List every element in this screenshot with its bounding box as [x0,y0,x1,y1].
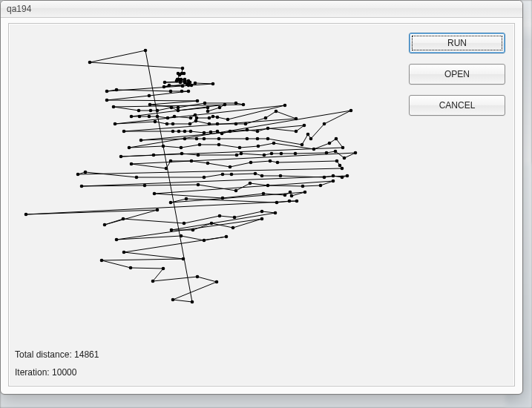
svg-point-56 [189,116,193,120]
svg-point-143 [76,173,80,177]
svg-point-99 [266,137,270,141]
svg-point-64 [114,122,117,126]
svg-point-21 [168,84,171,88]
svg-point-183 [233,216,237,220]
svg-point-68 [188,122,192,126]
svg-point-132 [165,167,168,171]
svg-point-36 [177,106,180,110]
svg-point-108 [198,143,202,147]
svg-point-55 [173,115,177,119]
svg-point-100 [301,143,304,147]
svg-point-150 [260,174,264,178]
svg-point-101 [306,133,310,136]
svg-point-24 [190,84,194,88]
svg-point-30 [180,90,184,93]
svg-point-191 [115,238,119,242]
svg-point-87 [246,128,249,132]
svg-point-50 [130,115,134,119]
svg-point-77 [122,130,126,134]
svg-point-202 [215,280,219,284]
svg-point-92 [139,139,143,142]
svg-point-67 [171,122,175,126]
svg-point-75 [275,110,278,113]
svg-point-198 [129,266,133,270]
svg-point-154 [341,176,344,180]
svg-point-116 [341,146,345,150]
open-button[interactable]: OPEN [409,64,505,85]
svg-point-127 [325,151,329,155]
svg-point-170 [290,194,294,198]
svg-point-76 [295,117,298,121]
svg-point-176 [295,200,299,203]
svg-point-78 [171,130,175,134]
svg-point-184 [260,210,264,214]
svg-point-110 [238,146,242,150]
svg-point-155 [346,174,349,178]
svg-point-192 [180,234,183,238]
svg-point-25 [194,82,197,85]
tsp-svg [9,24,402,335]
svg-point-94 [195,137,199,141]
iteration-value: 10000 [52,367,76,378]
svg-point-173 [185,197,188,201]
svg-point-193 [203,239,206,243]
svg-point-188 [210,222,214,226]
svg-point-195 [122,251,126,254]
svg-point-118 [152,154,156,157]
svg-point-9 [180,78,183,82]
svg-point-111 [257,145,260,148]
svg-point-5 [183,72,186,76]
svg-point-160 [249,182,252,185]
svg-point-164 [332,180,335,183]
svg-point-86 [229,130,232,134]
svg-point-129 [343,157,347,160]
svg-point-98 [256,137,260,141]
svg-point-31 [187,90,191,93]
svg-point-175 [288,200,292,203]
svg-point-96 [217,137,221,141]
tsp-canvas [9,24,402,335]
run-button[interactable]: RUN [409,33,505,53]
svg-point-0 [144,49,148,53]
svg-point-168 [283,194,287,197]
svg-point-103 [323,122,326,126]
svg-point-54 [166,116,170,120]
svg-point-153 [332,174,335,178]
svg-point-135 [206,162,210,165]
svg-point-58 [195,116,199,120]
svg-point-166 [221,197,225,200]
svg-point-104 [349,109,353,113]
svg-point-142 [341,167,344,171]
svg-point-63 [283,104,287,108]
svg-point-122 [240,152,243,156]
window-titlebar[interactable]: qa194 [1,1,522,18]
svg-point-57 [194,113,197,117]
tsp-tour-path [26,50,355,302]
svg-point-172 [169,201,173,205]
svg-point-130 [354,151,358,155]
svg-point-85 [220,132,224,136]
svg-point-138 [269,159,272,163]
total-distance-line: Total distance: 14861 [15,347,99,362]
svg-point-174 [275,201,279,205]
cancel-button[interactable]: CANCEL [409,95,505,116]
svg-point-81 [189,130,193,134]
svg-point-185 [274,211,278,215]
svg-point-60 [211,115,215,119]
svg-point-11 [175,79,179,83]
svg-point-41 [137,109,141,113]
svg-point-182 [218,214,222,218]
svg-point-46 [206,106,210,110]
svg-point-69 [194,119,198,123]
svg-point-113 [312,148,316,151]
svg-point-128 [334,150,338,154]
svg-point-120 [197,154,200,157]
svg-point-124 [270,152,274,156]
svg-point-35 [148,103,152,107]
svg-point-88 [256,130,260,134]
svg-point-134 [190,159,194,163]
svg-point-14 [163,81,167,85]
svg-point-159 [234,189,238,193]
svg-point-151 [279,174,283,178]
svg-point-169 [289,191,292,194]
